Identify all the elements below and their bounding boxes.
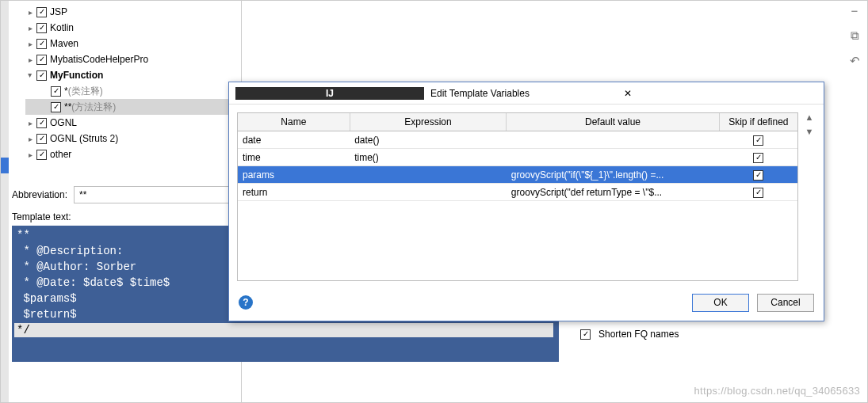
skip-checkbox[interactable] [753,135,763,146]
chevron-right-icon[interactable]: ▸ [25,55,35,64]
cell-default[interactable]: groovyScript("if(\"${_1}\".length() =... [507,166,719,184]
cell-skip[interactable] [719,184,797,201]
dialog-title: Edit Template Variables [430,88,619,99]
tree-label: OGNL [50,117,77,128]
tree-item[interactable]: ▸MyFunction [25,67,235,83]
tree-label: MybatisCodeHelperPro [50,54,148,65]
tree-item[interactable]: ▸other [25,146,235,162]
cell-expression[interactable]: time() [350,149,507,166]
skip-checkbox[interactable] [753,170,763,181]
tree-note: (类注释) [68,85,103,98]
table-row[interactable]: timetime() [238,149,797,166]
tree-checkbox[interactable] [36,70,47,81]
cell-expression[interactable] [350,184,507,201]
tree-note: (方法注释) [71,101,116,114]
chevron-right-icon[interactable]: ▸ [25,135,35,143]
shorten-fq-label: Shorten FQ names [598,329,679,340]
template-text-label: Template text: [12,211,71,222]
tree-checkbox[interactable] [51,102,61,112]
help-icon[interactable]: ? [239,295,253,310]
col-expression-header[interactable]: Expression [350,113,507,131]
variables-table[interactable]: Name Expression Default value Skip if de… [238,113,797,201]
template-options: Shorten FQ names [580,325,763,343]
skip-checkbox[interactable] [753,188,763,198]
tree-checkbox[interactable] [36,23,47,33]
dialog-titlebar[interactable]: IJ Edit Template Variables ✕ [229,82,824,105]
close-icon[interactable]: ✕ [619,86,817,101]
tree-checkbox[interactable] [36,134,47,144]
cell-default[interactable]: groovyScript("def returnType = \"$... [507,184,719,201]
tree-item[interactable]: * (类注释) [25,83,235,99]
cell-expression[interactable] [350,166,507,184]
table-row[interactable]: datedate() [238,131,797,149]
tree-label: ** [64,101,71,112]
col-skip-header[interactable]: Skip if defined [719,113,797,131]
right-tool-strip: − ⧉ ↶ [847,4,862,68]
col-default-header[interactable]: Default value [507,113,719,131]
move-down-icon[interactable]: ▼ [803,127,816,136]
tree-label: JSP [50,6,67,17]
skip-checkbox[interactable] [753,153,763,163]
shorten-fq-checkbox[interactable] [580,329,591,340]
cell-skip[interactable] [719,131,797,149]
chevron-right-icon[interactable]: ▸ [25,24,35,32]
gutter [1,1,9,402]
cell-skip[interactable] [719,166,797,184]
edit-template-variables-dialog: IJ Edit Template Variables ✕ Name Expres… [228,82,824,321]
variables-table-wrap: Name Expression Default value Skip if de… [237,112,798,281]
ok-button[interactable]: OK [692,294,749,312]
tree-item[interactable]: ▸Kotlin [25,20,235,36]
cell-default[interactable] [507,149,719,166]
chevron-right-icon[interactable]: ▸ [25,150,35,159]
tree-label: MyFunction [50,70,103,81]
gutter-highlight [1,158,9,173]
tree-item[interactable]: ▸MybatisCodeHelperPro [25,51,235,67]
intellij-icon: IJ [235,87,424,100]
chevron-right-icon[interactable]: ▸ [25,119,35,127]
tree-label: Maven [50,38,78,49]
tree-checkbox[interactable] [51,86,61,97]
tree-label: OGNL (Struts 2) [50,133,118,144]
cell-name[interactable]: time [238,149,350,166]
cancel-button[interactable]: Cancel [757,294,814,312]
chevron-right-icon[interactable]: ▸ [25,40,35,48]
cell-name[interactable]: params [238,166,350,184]
tree-checkbox[interactable] [36,55,47,65]
cell-name[interactable]: date [238,131,350,149]
tree-label: other [50,149,71,160]
watermark-text: https://blog.csdn.net/qq_34065633 [694,385,860,397]
tree-item[interactable]: ** (方法注释) [25,99,235,115]
move-up-icon[interactable]: ▲ [803,112,816,122]
tree-checkbox[interactable] [36,39,47,49]
chevron-right-icon[interactable]: ▸ [25,8,35,17]
tree-checkbox[interactable] [36,150,47,160]
chevron-right-icon[interactable]: ▸ [26,70,35,80]
minus-icon[interactable]: − [851,4,858,17]
tree-label: Kotlin [50,22,74,33]
tree-item[interactable]: ▸OGNL (Struts 2) [25,131,235,146]
table-row[interactable]: paramsgroovyScript("if(\"${_1}\".length(… [238,166,797,184]
cell-expression[interactable]: date() [350,131,507,149]
reorder-controls: ▲ ▼ [798,112,816,281]
tree-item[interactable]: ▸JSP [25,4,235,20]
tree-checkbox[interactable] [36,118,47,128]
cell-default[interactable] [507,131,719,149]
abbreviation-label: Abbreviation: [12,189,67,200]
cell-name[interactable]: return [238,184,350,201]
col-name-header[interactable]: Name [238,113,350,131]
undo-icon[interactable]: ↶ [850,54,860,68]
tree-item[interactable]: ▸Maven [25,36,235,51]
tree-item[interactable]: ▸OGNL [25,115,235,131]
table-row[interactable]: returngroovyScript("def returnType = \"$… [238,184,797,201]
tree-checkbox[interactable] [36,7,47,17]
editor-cursor-line[interactable]: */ [14,323,553,337]
cell-skip[interactable] [719,149,797,166]
copy-icon[interactable]: ⧉ [851,29,859,43]
